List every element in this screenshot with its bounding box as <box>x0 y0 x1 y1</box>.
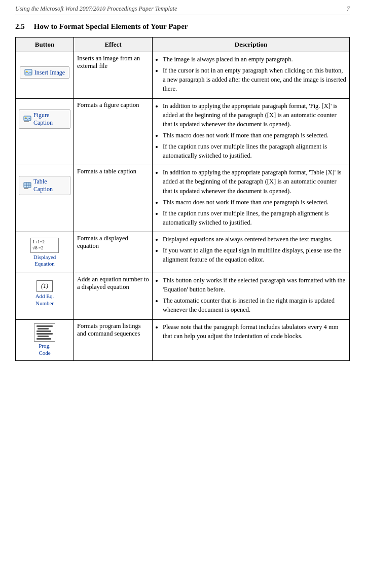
effect-cell-4: Adds an equation number to a displayed e… <box>74 273 153 320</box>
table-row: Table Caption Formats a table caption In… <box>16 165 350 232</box>
effect-text-0: Inserts an image from an external file <box>77 55 140 69</box>
list-item: The automatic counter that is inserted i… <box>163 296 346 314</box>
section-heading: 2.5 How to Format Special Elements of Yo… <box>15 22 350 31</box>
desc-list-1: In addition to applying the appropriate … <box>156 101 346 161</box>
prog-line-1 <box>36 325 53 327</box>
prog-line-2 <box>38 328 49 329</box>
desc-cell-5: Please note that the paragraph format in… <box>153 319 350 360</box>
effect-text-4: Adds an equation number to a displayed e… <box>77 276 149 290</box>
table-caption-btn-container: Table Caption <box>19 168 70 203</box>
col-header-effect: Effect <box>74 38 153 52</box>
figure-caption-label: Figure Caption <box>33 112 66 127</box>
table-caption-label: Table Caption <box>33 178 66 193</box>
list-item: In addition to applying the appropriate … <box>163 101 346 129</box>
svg-rect-5 <box>24 182 31 188</box>
table-row: (1) Add Eq. Number Adds an equation numb… <box>16 273 350 320</box>
list-item: This button only works if the selected p… <box>163 276 346 294</box>
table-row: Prog. Code Formats program listings and … <box>16 319 350 360</box>
figure-caption-icon <box>23 115 31 123</box>
list-item: If the cursor is not in an empty paragra… <box>163 66 346 93</box>
insert-image-label: Insert Image <box>34 69 65 77</box>
effect-cell-0: Inserts an image from an external file <box>74 52 153 99</box>
effect-text-3: Formats a displayed equation <box>77 235 128 249</box>
effect-text-5: Formats program listings and command seq… <box>77 322 141 337</box>
desc-list-0: The image is always placed in an empty p… <box>156 55 346 94</box>
displayed-eq-btn-container: 1+1=2 √8 =2 Displayed Equation <box>19 235 70 270</box>
list-item: If you want to align the equal sign in m… <box>163 246 346 264</box>
desc-cell-4: This button only works if the selected p… <box>153 273 350 320</box>
desc-cell-2: In addition to applying the appropriate … <box>153 165 350 232</box>
list-item: If the caption runs over multiple lines,… <box>163 209 346 227</box>
svg-rect-4 <box>24 121 29 122</box>
button-cell-table-caption: Table Caption <box>16 165 74 232</box>
prog-line-4 <box>36 333 53 335</box>
header-title: Using the Microsoft Word 2007/2010 Proce… <box>15 5 177 13</box>
list-item: This macro does not work if more than on… <box>163 131 346 140</box>
desc-cell-1: In addition to applying the appropriate … <box>153 98 350 165</box>
section-title: How to Format Special Elements of Your P… <box>34 22 188 31</box>
list-item: In addition to applying the appropriate … <box>163 168 346 195</box>
svg-rect-10 <box>24 188 28 189</box>
insert-image-button[interactable]: Insert Image <box>20 66 69 79</box>
prog-line-5 <box>38 336 49 337</box>
prog-line-6 <box>36 338 51 340</box>
table-row: Insert Image Inserts an image from an ex… <box>16 52 350 99</box>
insert-image-btn-container: Insert Image <box>19 55 70 90</box>
image-icon <box>24 68 32 77</box>
figure-caption-btn-container: Figure Caption <box>19 101 70 137</box>
effect-text-1: Formats a figure caption <box>77 101 139 108</box>
button-cell-figure-caption: Figure Caption <box>16 98 74 165</box>
table-row: 1+1=2 √8 =2 Displayed Equation Formats a… <box>16 232 350 273</box>
figure-caption-button[interactable]: Figure Caption <box>19 109 70 129</box>
list-item: This macro does not work if more than on… <box>163 198 346 207</box>
effect-cell-3: Formats a displayed equation <box>74 232 153 273</box>
prog-code-label: Prog. Code <box>39 343 51 356</box>
button-cell-add-eq-number: (1) Add Eq. Number <box>16 273 74 320</box>
add-eq-number-label: Add Eq. Number <box>35 293 54 306</box>
table-caption-icon <box>23 181 31 190</box>
col-header-desc: Description <box>153 38 350 52</box>
table-header-row: Button Effect Description <box>16 38 350 52</box>
table-row: Figure Caption Formats a figure caption … <box>16 98 350 165</box>
button-cell-prog-code: Prog. Code <box>16 319 74 360</box>
list-item: Displayed equations are always centered … <box>163 235 346 244</box>
prog-code-btn-container: Prog. Code <box>19 322 70 358</box>
desc-cell-3: Displayed equations are always centered … <box>153 232 350 273</box>
desc-list-2: In addition to applying the appropriate … <box>156 168 346 227</box>
button-cell-displayed-eq: 1+1=2 √8 =2 Displayed Equation <box>16 232 74 273</box>
desc-list-5: Please note that the paragraph format in… <box>156 322 346 341</box>
prog-code-icon <box>34 323 55 342</box>
list-item: The image is always placed in an empty p… <box>163 55 346 64</box>
col-header-button: Button <box>16 38 74 52</box>
effect-cell-2: Formats a table caption <box>74 165 153 232</box>
effect-text-2: Formats a table caption <box>77 168 136 175</box>
displayed-equation-label: Displayed Equation <box>33 254 56 267</box>
desc-cell-0: The image is always placed in an empty p… <box>153 52 350 99</box>
main-table: Button Effect Description Insert Image <box>15 37 350 361</box>
displayed-equation-icon: 1+1=2 √8 =2 <box>30 238 58 252</box>
effect-cell-5: Formats program listings and command seq… <box>74 319 153 360</box>
list-item: Please note that the paragraph format in… <box>163 322 346 341</box>
table-caption-button[interactable]: Table Caption <box>19 176 70 195</box>
button-cell-insert-image: Insert Image <box>16 52 74 99</box>
list-item: If the caption runs over multiple lines … <box>163 142 346 160</box>
effect-cell-1: Formats a figure caption <box>74 98 153 165</box>
prog-line-3 <box>36 330 51 332</box>
page-number: 7 <box>347 5 350 13</box>
section-number: 2.5 <box>15 22 25 31</box>
add-eq-number-btn-container: (1) Add Eq. Number <box>19 276 70 311</box>
desc-list-3: Displayed equations are always centered … <box>156 235 346 264</box>
page-header: Using the Microsoft Word 2007/2010 Proce… <box>15 5 350 15</box>
desc-list-4: This button only works if the selected p… <box>156 276 346 315</box>
add-eq-number-icon: (1) <box>36 280 53 292</box>
